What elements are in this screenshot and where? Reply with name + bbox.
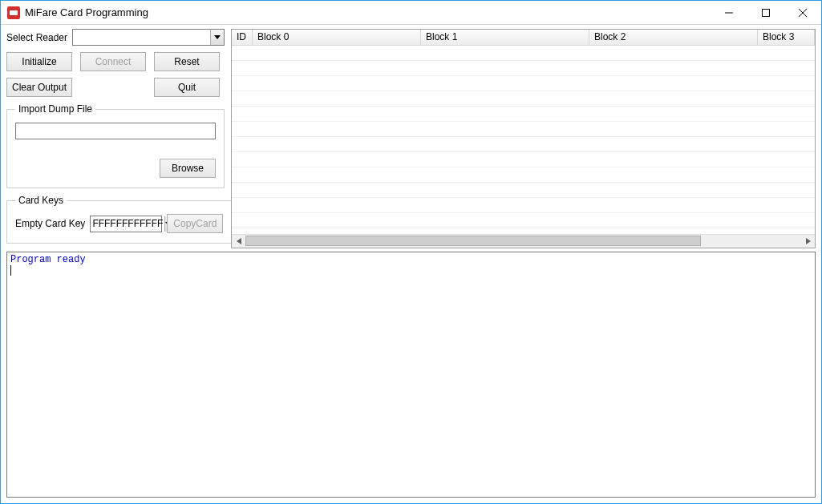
grid-row	[232, 137, 815, 152]
text-cursor	[10, 265, 11, 276]
initialize-button[interactable]: Initialize	[6, 52, 72, 71]
select-reader-label: Select Reader	[6, 32, 72, 43]
grid-row	[232, 183, 815, 198]
col-block1[interactable]: Block 1	[421, 30, 589, 45]
import-dump-fieldset: Import Dump File Browse	[6, 103, 225, 188]
scroll-thumb[interactable]	[245, 236, 701, 246]
grid-row	[232, 46, 815, 61]
card-keys-fieldset: Card Keys Empty Card Key FFFFFFFFFFFF Co…	[6, 195, 232, 244]
empty-card-key-label: Empty Card Key	[15, 218, 85, 229]
minimize-icon	[725, 9, 733, 17]
grid-row	[232, 198, 815, 213]
grid-header: ID Block 0 Block 1 Block 2 Block 3	[232, 30, 815, 46]
minimize-button[interactable]	[711, 1, 747, 25]
close-icon	[799, 9, 807, 17]
title-bar: MiFare Card Programming	[1, 1, 821, 25]
grid-row	[232, 91, 815, 107]
reset-button[interactable]: Reset	[154, 52, 220, 71]
grid-body	[232, 46, 815, 234]
empty-card-key-value: FFFFFFFFFFFF	[91, 218, 164, 229]
controls-panel: Select Reader Initialize Connect Reset C…	[6, 29, 225, 250]
connect-button[interactable]: Connect	[80, 52, 146, 71]
window-controls	[711, 1, 821, 25]
window-title: MiFare Card Programming	[25, 6, 148, 18]
scroll-right-icon[interactable]	[801, 235, 815, 248]
clear-output-button[interactable]: Clear Output	[6, 78, 72, 97]
import-dump-legend: Import Dump File	[15, 103, 95, 115]
grid-row	[232, 167, 815, 183]
horizontal-scrollbar[interactable]	[232, 234, 815, 248]
copycard-button[interactable]: CopyCard	[167, 214, 223, 233]
scroll-left-icon[interactable]	[232, 235, 245, 248]
output-console[interactable]: Program ready	[6, 252, 816, 498]
empty-card-key-combo[interactable]: FFFFFFFFFFFF	[90, 216, 162, 232]
quit-button[interactable]: Quit	[154, 78, 220, 97]
data-grid: ID Block 0 Block 1 Block 2 Block 3	[231, 29, 816, 248]
col-block3[interactable]: Block 3	[758, 30, 815, 45]
browse-button[interactable]: Browse	[160, 159, 216, 178]
app-icon	[7, 6, 20, 19]
reader-combo-value	[73, 30, 210, 45]
grid-row	[232, 107, 815, 122]
grid-row	[232, 152, 815, 167]
svg-rect-1	[763, 9, 770, 16]
col-block0[interactable]: Block 0	[253, 30, 421, 45]
col-block2[interactable]: Block 2	[589, 30, 758, 45]
card-keys-legend: Card Keys	[15, 195, 67, 206]
svg-marker-6	[237, 238, 241, 244]
grid-row	[232, 76, 815, 91]
grid-row	[232, 213, 815, 228]
grid-row	[232, 122, 815, 137]
svg-marker-7	[806, 238, 811, 244]
maximize-button[interactable]	[747, 1, 784, 25]
svg-marker-4	[214, 35, 221, 39]
reader-combo[interactable]	[72, 29, 225, 46]
dump-file-input[interactable]	[15, 123, 216, 139]
close-button[interactable]	[784, 1, 821, 25]
output-line: Program ready	[10, 254, 86, 265]
col-id[interactable]: ID	[232, 30, 253, 45]
chevron-down-icon	[210, 30, 224, 45]
scroll-track[interactable]	[245, 235, 801, 248]
grid-row	[232, 61, 815, 76]
maximize-icon	[762, 9, 770, 17]
